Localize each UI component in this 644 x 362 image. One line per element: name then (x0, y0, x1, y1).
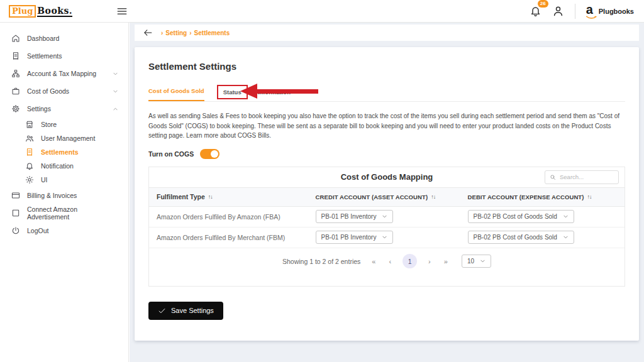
briefcase-icon (11, 87, 20, 96)
search-input[interactable] (560, 173, 614, 180)
logo-books-text: Books. (37, 6, 72, 17)
sidebar-item-account-tax-mapping[interactable]: Account & Tax Mapping (0, 65, 128, 82)
notification-count-badge: 26 (538, 0, 548, 8)
tabs: Cost of Goods Sold Status Information (148, 83, 625, 102)
sidebar-item-label: Settlements (41, 148, 79, 156)
table-titlebar: Cost of Goods Mapping (149, 167, 625, 188)
fulfilment-type-cell: Amazon Orders Fulfiled By Amazon (FBA) (149, 213, 316, 221)
sidebar-item-label: Settlements (27, 52, 62, 60)
notifications-button[interactable]: 26 (530, 5, 541, 17)
users-icon (25, 134, 34, 143)
debit-account-select[interactable]: PB-02 PB Cost of Goods Sold (468, 210, 574, 223)
sidebar-item-label: Store (41, 121, 57, 128)
fulfilment-type-cell: Amazon Orders Fulfiled By Merchant (FBM) (149, 234, 316, 241)
sun-icon (25, 175, 34, 184)
sidebar-item-user-management[interactable]: User Management (0, 131, 128, 145)
breadcrumb-item-setting[interactable]: Setting (165, 30, 187, 36)
sidebar-item-billing-invoices[interactable]: Billing & Invoices (0, 187, 128, 204)
sidebar-item-ui[interactable]: UI (0, 173, 128, 187)
red-arrow-annotation (240, 84, 318, 99)
topbar-divider (575, 4, 575, 19)
chevron-down-icon (382, 214, 387, 219)
amazon-account[interactable]: a Plugbooks (586, 3, 634, 19)
table-title: Cost of Goods Mapping (155, 172, 545, 182)
sidebar-item-store[interactable]: Store (0, 118, 128, 131)
sidebar-item-label: UI (41, 176, 48, 184)
sidebar-item-label: Dashboard (27, 35, 59, 42)
square-icon (11, 209, 20, 217)
amazon-logo-icon: a (586, 3, 593, 19)
receipt-icon (11, 52, 20, 60)
logo-plug-text: Plug (9, 5, 36, 18)
page-title: Settlement Settings (148, 61, 625, 72)
sidebar-item-logout[interactable]: LogOut (0, 222, 128, 239)
sidebar-item-settlements[interactable]: Settlements (0, 145, 128, 159)
table-row: Amazon Orders Fulfiled By Amazon (FBA)PB… (149, 207, 625, 228)
topbar-actions: 26 a Plugbooks (530, 3, 634, 19)
sidebar-item-notification[interactable]: Notification (0, 159, 128, 173)
hamburger-menu-icon[interactable] (116, 5, 128, 18)
debit-account-select[interactable]: PB-02 PB Cost of Goods Sold (468, 231, 574, 244)
settings-card: Settlement Settings Cost of Goods Sold S… (135, 47, 639, 341)
card-icon (11, 191, 20, 200)
table-row: Amazon Orders Fulfiled By Merchant (FBM)… (149, 228, 625, 248)
home-icon (11, 34, 20, 43)
main-content: ›Setting›Settlements Settlement Settings… (130, 23, 644, 362)
sidebar-item-label: Notification (41, 162, 74, 170)
tab-cost-of-goods-sold[interactable]: Cost of Goods Sold (148, 87, 204, 101)
sidebar-item-label: Billing & Invoices (27, 192, 77, 199)
credit-account-select[interactable]: PB-01 PB Inventory (316, 231, 394, 244)
chevron-down-icon (563, 234, 569, 240)
plugbooks-logo[interactable]: Plug Books. (9, 5, 72, 18)
topbar: Plug Books. 26 a Plugbooks (0, 0, 644, 23)
cogs-description: As well as sending Sales & Fees to book … (148, 111, 625, 141)
pagination: Showing 1 to 2 of 2 entries « ‹ 1 › » 10 (149, 248, 625, 275)
column-header-credit-account: CREDIT ACCOUNT (ASSET ACCOUNT) ↑↓ (316, 194, 468, 200)
sort-icon[interactable]: ↑↓ (208, 194, 213, 200)
sidebar-item-label: LogOut (27, 227, 48, 234)
chevron-down-icon (113, 71, 118, 77)
pagination-next-button[interactable]: › (426, 258, 433, 265)
breadcrumb: ›Setting›Settlements (135, 25, 639, 41)
pagination-prev-button[interactable]: ‹ (387, 258, 393, 265)
receipt-icon (25, 148, 34, 156)
credit-account-select[interactable]: PB-01 PB Inventory (316, 210, 394, 223)
sidebar-item-connect-amazon-advertisement[interactable]: Connect Amazon Advertisement (0, 204, 128, 222)
breadcrumb-separator: › (189, 30, 191, 36)
table-search (545, 170, 619, 184)
pagination-current-page[interactable]: 1 (402, 254, 417, 268)
search-icon (550, 174, 556, 180)
sidebar-item-settlements[interactable]: Settlements (0, 47, 128, 65)
breadcrumb-item-settlements[interactable]: Settlements (194, 30, 230, 36)
breadcrumb-separator: › (161, 30, 163, 36)
pagination-summary: Showing 1 to 2 of 2 entries (282, 258, 360, 265)
pagination-first-button[interactable]: « (370, 258, 377, 265)
cogs-toggle[interactable] (200, 149, 219, 159)
toggle-label: Turn on COGS (148, 150, 194, 158)
sidebar-item-label: Settings (27, 105, 51, 112)
sidebar-item-label: Account & Tax Mapping (27, 70, 96, 77)
chevron-down-icon (113, 89, 118, 94)
sidebar-item-settings[interactable]: Settings (0, 100, 128, 118)
bell-icon (25, 162, 34, 170)
table-header-row: Fulfilment Type ↑↓ CREDIT ACCOUNT (ASSET… (149, 188, 625, 207)
column-header-fulfilment-type: Fulfilment Type ↑↓ (149, 193, 316, 200)
user-account-button[interactable] (552, 5, 564, 17)
sidebar-item-cost-of-goods[interactable]: Cost of Goods (0, 82, 128, 100)
back-arrow-icon[interactable] (143, 28, 153, 37)
gear-icon (11, 104, 20, 113)
toggle-row: Turn on COGS (148, 149, 625, 159)
sidebar-item-dashboard[interactable]: Dashboard (0, 30, 128, 47)
cogs-mapping-table: Cost of Goods Mapping Fulfilment Type ↑↓… (148, 167, 625, 287)
chevron-down-icon (480, 258, 486, 264)
sidebar-item-label: User Management (41, 134, 95, 142)
pagination-last-button[interactable]: » (442, 258, 450, 265)
page-size-select[interactable]: 10 (462, 255, 491, 268)
sort-icon[interactable]: ↑↓ (431, 194, 435, 200)
chevron-up-icon (113, 106, 118, 112)
save-settings-button[interactable]: Save Settings (148, 302, 223, 320)
column-header-debit-account: DEBIT ACCOUNT (EXPENSE ACCOUNT) ↑↓ (468, 194, 625, 200)
store-icon (25, 120, 34, 129)
sidebar: DashboardSettlementsAccount & Tax Mappin… (0, 23, 129, 362)
sort-icon[interactable]: ↑↓ (587, 194, 592, 200)
